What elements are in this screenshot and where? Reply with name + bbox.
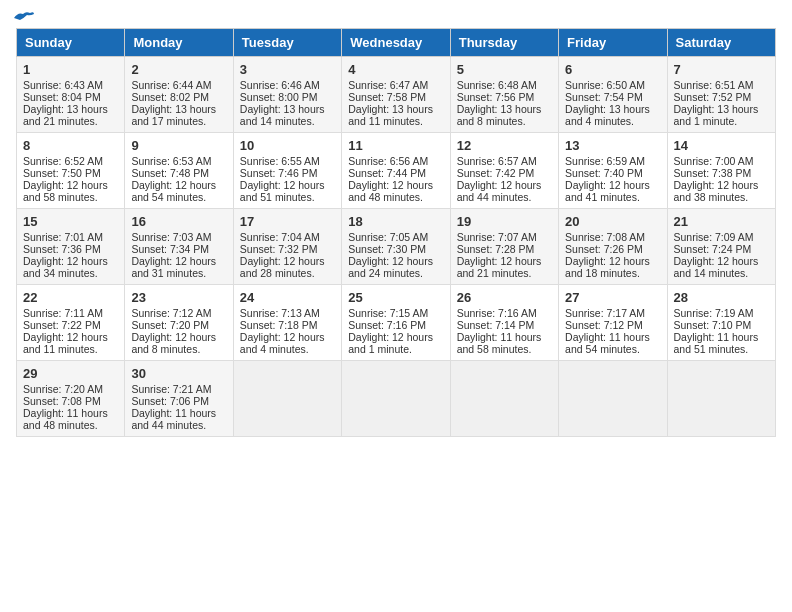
calendar-cell: 10Sunrise: 6:55 AMSunset: 7:46 PMDayligh… bbox=[233, 133, 341, 209]
day-info: Daylight: 12 hours and 18 minutes. bbox=[565, 255, 660, 279]
day-info: Daylight: 12 hours and 8 minutes. bbox=[131, 331, 226, 355]
day-info: Sunset: 7:40 PM bbox=[565, 167, 660, 179]
day-info: Daylight: 11 hours and 58 minutes. bbox=[457, 331, 552, 355]
day-info: Sunset: 7:50 PM bbox=[23, 167, 118, 179]
day-number: 9 bbox=[131, 138, 226, 153]
day-info: Sunrise: 7:21 AM bbox=[131, 383, 226, 395]
week-row-4: 29Sunrise: 7:20 AMSunset: 7:08 PMDayligh… bbox=[17, 361, 776, 437]
header-thursday: Thursday bbox=[450, 29, 558, 57]
header-row: SundayMondayTuesdayWednesdayThursdayFrid… bbox=[17, 29, 776, 57]
day-number: 16 bbox=[131, 214, 226, 229]
day-info: Sunrise: 7:19 AM bbox=[674, 307, 769, 319]
day-info: Sunrise: 7:00 AM bbox=[674, 155, 769, 167]
day-info: Sunrise: 7:01 AM bbox=[23, 231, 118, 243]
day-number: 21 bbox=[674, 214, 769, 229]
day-info: Sunset: 7:44 PM bbox=[348, 167, 443, 179]
calendar-cell: 23Sunrise: 7:12 AMSunset: 7:20 PMDayligh… bbox=[125, 285, 233, 361]
calendar-body: 1Sunrise: 6:43 AMSunset: 8:04 PMDaylight… bbox=[17, 57, 776, 437]
day-info: Sunset: 7:06 PM bbox=[131, 395, 226, 407]
calendar-cell: 8Sunrise: 6:52 AMSunset: 7:50 PMDaylight… bbox=[17, 133, 125, 209]
day-info: Sunrise: 7:03 AM bbox=[131, 231, 226, 243]
header-friday: Friday bbox=[559, 29, 667, 57]
day-info: Daylight: 12 hours and 48 minutes. bbox=[348, 179, 443, 203]
header-sunday: Sunday bbox=[17, 29, 125, 57]
day-info: Sunrise: 6:51 AM bbox=[674, 79, 769, 91]
calendar-cell: 20Sunrise: 7:08 AMSunset: 7:26 PMDayligh… bbox=[559, 209, 667, 285]
day-number: 25 bbox=[348, 290, 443, 305]
day-info: Sunset: 7:56 PM bbox=[457, 91, 552, 103]
day-info: Sunrise: 6:52 AM bbox=[23, 155, 118, 167]
day-info: Sunrise: 7:13 AM bbox=[240, 307, 335, 319]
header-monday: Monday bbox=[125, 29, 233, 57]
calendar-cell: 27Sunrise: 7:17 AMSunset: 7:12 PMDayligh… bbox=[559, 285, 667, 361]
day-number: 24 bbox=[240, 290, 335, 305]
day-number: 26 bbox=[457, 290, 552, 305]
day-info: Daylight: 13 hours and 8 minutes. bbox=[457, 103, 552, 127]
day-number: 2 bbox=[131, 62, 226, 77]
calendar-cell: 11Sunrise: 6:56 AMSunset: 7:44 PMDayligh… bbox=[342, 133, 450, 209]
day-number: 14 bbox=[674, 138, 769, 153]
day-info: Sunrise: 7:16 AM bbox=[457, 307, 552, 319]
calendar-cell: 12Sunrise: 6:57 AMSunset: 7:42 PMDayligh… bbox=[450, 133, 558, 209]
calendar-cell: 28Sunrise: 7:19 AMSunset: 7:10 PMDayligh… bbox=[667, 285, 775, 361]
day-info: Sunset: 7:22 PM bbox=[23, 319, 118, 331]
day-number: 11 bbox=[348, 138, 443, 153]
calendar-cell: 15Sunrise: 7:01 AMSunset: 7:36 PMDayligh… bbox=[17, 209, 125, 285]
day-info: Sunrise: 6:44 AM bbox=[131, 79, 226, 91]
calendar-cell: 30Sunrise: 7:21 AMSunset: 7:06 PMDayligh… bbox=[125, 361, 233, 437]
day-info: Sunset: 8:00 PM bbox=[240, 91, 335, 103]
day-info: Sunset: 7:26 PM bbox=[565, 243, 660, 255]
day-info: Sunset: 7:48 PM bbox=[131, 167, 226, 179]
day-number: 19 bbox=[457, 214, 552, 229]
day-number: 6 bbox=[565, 62, 660, 77]
day-number: 13 bbox=[565, 138, 660, 153]
calendar-cell: 26Sunrise: 7:16 AMSunset: 7:14 PMDayligh… bbox=[450, 285, 558, 361]
calendar-cell: 5Sunrise: 6:48 AMSunset: 7:56 PMDaylight… bbox=[450, 57, 558, 133]
day-info: Sunrise: 7:12 AM bbox=[131, 307, 226, 319]
day-info: Sunrise: 6:57 AM bbox=[457, 155, 552, 167]
day-number: 22 bbox=[23, 290, 118, 305]
day-info: Sunset: 7:52 PM bbox=[674, 91, 769, 103]
calendar-cell: 3Sunrise: 6:46 AMSunset: 8:00 PMDaylight… bbox=[233, 57, 341, 133]
day-number: 15 bbox=[23, 214, 118, 229]
calendar-cell bbox=[667, 361, 775, 437]
day-info: Sunset: 7:36 PM bbox=[23, 243, 118, 255]
logo-bird-icon bbox=[12, 10, 34, 26]
day-info: Sunset: 7:34 PM bbox=[131, 243, 226, 255]
day-number: 3 bbox=[240, 62, 335, 77]
day-info: Sunrise: 6:53 AM bbox=[131, 155, 226, 167]
day-info: Daylight: 12 hours and 54 minutes. bbox=[131, 179, 226, 203]
day-info: Sunrise: 6:55 AM bbox=[240, 155, 335, 167]
day-info: Daylight: 12 hours and 11 minutes. bbox=[23, 331, 118, 355]
day-info: Daylight: 11 hours and 48 minutes. bbox=[23, 407, 118, 431]
day-info: Sunrise: 7:11 AM bbox=[23, 307, 118, 319]
day-info: Sunset: 7:28 PM bbox=[457, 243, 552, 255]
day-info: Sunset: 7:30 PM bbox=[348, 243, 443, 255]
day-info: Daylight: 12 hours and 34 minutes. bbox=[23, 255, 118, 279]
day-number: 10 bbox=[240, 138, 335, 153]
day-info: Daylight: 12 hours and 31 minutes. bbox=[131, 255, 226, 279]
day-info: Sunset: 7:24 PM bbox=[674, 243, 769, 255]
day-info: Daylight: 11 hours and 51 minutes. bbox=[674, 331, 769, 355]
day-info: Daylight: 13 hours and 1 minute. bbox=[674, 103, 769, 127]
day-info: Daylight: 12 hours and 51 minutes. bbox=[240, 179, 335, 203]
day-info: Sunset: 7:14 PM bbox=[457, 319, 552, 331]
day-info: Sunrise: 7:08 AM bbox=[565, 231, 660, 243]
day-info: Daylight: 12 hours and 44 minutes. bbox=[457, 179, 552, 203]
calendar-cell: 6Sunrise: 6:50 AMSunset: 7:54 PMDaylight… bbox=[559, 57, 667, 133]
day-info: Sunset: 7:54 PM bbox=[565, 91, 660, 103]
day-info: Sunrise: 6:50 AM bbox=[565, 79, 660, 91]
day-info: Daylight: 12 hours and 24 minutes. bbox=[348, 255, 443, 279]
day-info: Daylight: 11 hours and 44 minutes. bbox=[131, 407, 226, 431]
day-number: 27 bbox=[565, 290, 660, 305]
calendar-cell: 16Sunrise: 7:03 AMSunset: 7:34 PMDayligh… bbox=[125, 209, 233, 285]
day-info: Daylight: 12 hours and 21 minutes. bbox=[457, 255, 552, 279]
day-info: Sunrise: 7:05 AM bbox=[348, 231, 443, 243]
day-info: Sunset: 7:32 PM bbox=[240, 243, 335, 255]
day-number: 7 bbox=[674, 62, 769, 77]
day-info: Sunrise: 7:15 AM bbox=[348, 307, 443, 319]
week-row-0: 1Sunrise: 6:43 AMSunset: 8:04 PMDaylight… bbox=[17, 57, 776, 133]
calendar-cell bbox=[233, 361, 341, 437]
calendar-cell: 1Sunrise: 6:43 AMSunset: 8:04 PMDaylight… bbox=[17, 57, 125, 133]
day-info: Daylight: 12 hours and 38 minutes. bbox=[674, 179, 769, 203]
